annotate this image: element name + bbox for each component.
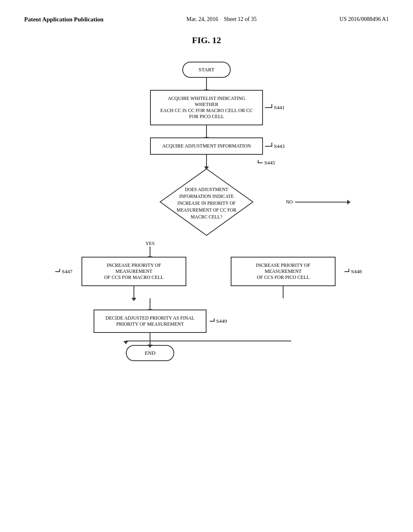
s443-label: S443 xyxy=(274,143,285,150)
svg-text:INCREASE IN PRIORITY OF: INCREASE IN PRIORITY OF xyxy=(177,201,236,206)
arrow-s441-to-s443 xyxy=(206,125,207,137)
header-sheet: Sheet 12 of 35 xyxy=(224,16,257,22)
s448-col: INCREASE PRIORITY OF MEASUREMENT OF CCS … xyxy=(227,257,340,298)
svg-text:INFORMATION INDICATE: INFORMATION INDICATE xyxy=(179,194,234,199)
s448-label: S448 xyxy=(351,268,362,275)
s441-label-container: S441 xyxy=(265,104,285,111)
s443-node: ACQUIRE ADJUSTMENT INFORMATION xyxy=(150,137,263,155)
arrow-start-to-s441 xyxy=(206,78,207,90)
figure-title: FIG. 12 xyxy=(24,35,389,46)
arrow-to-s449 xyxy=(150,298,150,310)
s445-hook xyxy=(258,162,263,163)
arrow-s443-to-s445 xyxy=(206,155,207,167)
arrow-s447-down xyxy=(133,286,134,298)
page-header: Patent Application Publication Mar. 24, … xyxy=(24,16,389,23)
s445-label-container: S445 xyxy=(258,160,275,166)
s447-label-container: S447 xyxy=(55,268,73,275)
s449-section: DECIDE ADJUSTED PRIORITY AS FINAL PRIORI… xyxy=(94,298,206,361)
s449-label-container: S449 xyxy=(210,318,227,324)
s443-row: ACQUIRE ADJUSTMENT INFORMATION S443 xyxy=(150,137,263,155)
s441-hook-line xyxy=(265,107,272,108)
no-arrow-line xyxy=(295,202,348,202)
s447-row: INCREASE PRIORITY OF MEASUREMENT OF CCS … xyxy=(81,257,186,286)
s449-row: DECIDE ADJUSTED PRIORITY AS FINAL PRIORI… xyxy=(94,310,206,333)
s441-row: ACQUIRE WHITELIST INDICATING WHETHER EAC… xyxy=(150,90,263,125)
s441-label: S441 xyxy=(274,104,285,111)
s443-hook-line xyxy=(265,146,272,147)
no-label: NO xyxy=(286,199,293,205)
s447-label: S447 xyxy=(62,268,73,275)
patent-number: US 2016/0088496 A1 xyxy=(340,16,389,23)
arrow-yes-down xyxy=(150,247,150,257)
flowchart: START ACQUIRE WHITELIST INDICATING WHETH… xyxy=(24,62,389,361)
no-branch-container: NO xyxy=(286,199,348,205)
header-date: Mar. 24, 2016 xyxy=(186,16,218,22)
s448-row: INCREASE PRIORITY OF MEASUREMENT OF CCS … xyxy=(231,257,336,286)
s445-label: S445 xyxy=(264,160,275,166)
s445-diamond-wrapper: S445 DOES ADJUSTMENT INFORMATION INDICAT… xyxy=(158,167,255,239)
s449-node: DECIDE ADJUSTED PRIORITY AS FINAL PRIORI… xyxy=(94,310,206,333)
yes-branch-col: YES xyxy=(0,239,348,257)
s445-diamond-svg: DOES ADJUSTMENT INFORMATION INDICATE INC… xyxy=(158,167,255,237)
s445-diamond-row: S445 DOES ADJUSTMENT INFORMATION INDICAT… xyxy=(65,167,348,239)
page: Patent Application Publication Mar. 24, … xyxy=(0,0,413,532)
svg-text:DOES ADJUSTMENT: DOES ADJUSTMENT xyxy=(185,187,228,192)
svg-text:MEASUREMENT OF CC FOR: MEASUREMENT OF CC FOR xyxy=(177,208,237,212)
yes-label: YES xyxy=(146,241,155,247)
s443-label-container: S443 xyxy=(265,143,285,150)
arrow-s448-down xyxy=(283,286,284,298)
s441-node: ACQUIRE WHITELIST INDICATING WHETHER EAC… xyxy=(150,90,263,125)
start-node-row: START xyxy=(182,62,231,78)
start-node: START xyxy=(182,62,231,78)
s445-section: S445 DOES ADJUSTMENT INFORMATION INDICAT… xyxy=(65,167,348,298)
branch-boxes-row: INCREASE PRIORITY OF MEASUREMENT OF CCS … xyxy=(65,257,348,298)
s447-node: INCREASE PRIORITY OF MEASUREMENT OF CCS … xyxy=(81,257,186,286)
publication-label: Patent Application Publication xyxy=(24,16,104,23)
svg-text:MACRC CELL?: MACRC CELL? xyxy=(191,214,222,219)
s448-node: INCREASE PRIORITY OF MEASUREMENT OF CCS … xyxy=(231,257,336,286)
arrow-to-end xyxy=(150,333,150,345)
s448-label-container: S448 xyxy=(344,268,362,275)
header-date-sheet: Mar. 24, 2016 Sheet 12 of 35 xyxy=(186,16,257,23)
s449-label: S449 xyxy=(216,318,227,324)
s447-col: INCREASE PRIORITY OF MEASUREMENT OF CCS … xyxy=(73,257,194,298)
